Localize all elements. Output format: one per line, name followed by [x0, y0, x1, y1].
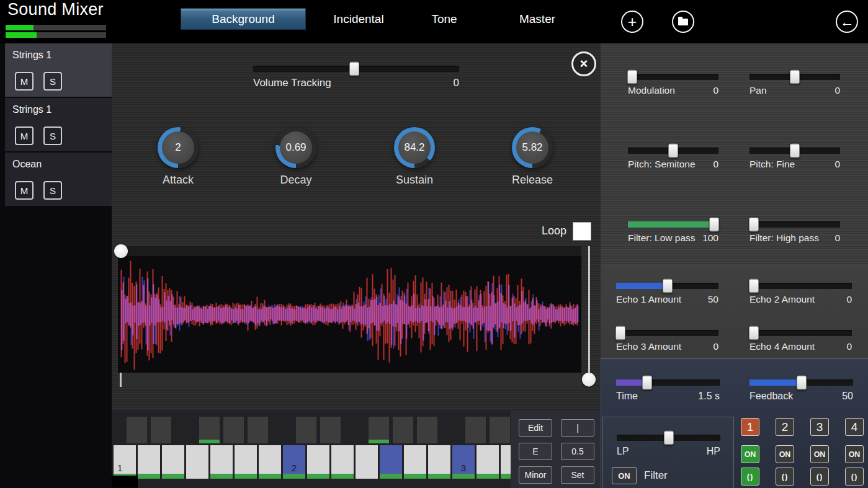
slider-track[interactable]: [749, 379, 853, 386]
mute-button[interactable]: M: [15, 181, 34, 200]
slider-track[interactable]: [616, 379, 720, 386]
piano-key-white-14[interactable]: [428, 445, 450, 479]
slider-track[interactable]: [628, 221, 718, 228]
piano-key-white-16[interactable]: [477, 445, 499, 479]
piano-key-white-1[interactable]: 1: [114, 445, 136, 479]
piano-key-white-15[interactable]: 3: [452, 445, 475, 479]
piano-key-black-11[interactable]: [465, 417, 486, 443]
minor-button[interactable]: Minor: [519, 466, 552, 484]
slider-track[interactable]: [749, 283, 852, 289]
piano-key-white-3[interactable]: [162, 445, 184, 479]
solo-button[interactable]: S: [43, 72, 62, 91]
piano-key-black-5[interactable]: [248, 417, 268, 443]
piano-key-white-2[interactable]: [138, 445, 160, 479]
echo-select-4-button[interactable]: 4: [845, 418, 864, 436]
tab-master[interactable]: Master: [500, 9, 575, 29]
sample-end-track[interactable]: [117, 373, 581, 387]
slider-thumb[interactable]: [663, 279, 673, 293]
slider-track[interactable]: [749, 221, 840, 228]
sample-start-track[interactable]: [117, 246, 581, 256]
piano-key-white-9[interactable]: [307, 445, 329, 479]
bar-button[interactable]: |: [561, 419, 594, 437]
sidebar-item-ocean-2[interactable]: OceanMS: [5, 153, 112, 206]
piano-key-white-11[interactable]: [356, 445, 378, 479]
edit-button[interactable]: Edit: [519, 419, 552, 437]
piano-key-black-7[interactable]: [320, 417, 341, 443]
slider-track[interactable]: [628, 148, 718, 154]
slider-thumb[interactable]: [790, 70, 800, 84]
slider-track[interactable]: [616, 330, 718, 336]
piano-key-white-5[interactable]: [210, 445, 233, 479]
slider-track[interactable]: [749, 330, 852, 336]
piano-key-white-13[interactable]: [404, 445, 426, 479]
slider-thumb[interactable]: [615, 326, 625, 340]
slider-track[interactable]: [616, 283, 718, 289]
piano-key-white-12[interactable]: [380, 445, 402, 479]
piano-key-black-8[interactable]: [369, 417, 389, 443]
knob-dial[interactable]: 2: [158, 127, 199, 168]
loop-checkbox[interactable]: [573, 222, 591, 241]
save-button[interactable]: [672, 11, 694, 33]
slider-track[interactable]: [617, 435, 720, 441]
filter-on-button[interactable]: ON: [612, 467, 637, 484]
echo-4-on-button[interactable]: ON: [845, 445, 864, 463]
knob-dial[interactable]: 5.82: [512, 127, 553, 168]
piano-key-white-10[interactable]: [331, 445, 354, 479]
solo-button[interactable]: S: [43, 126, 62, 145]
piano-key-white-6[interactable]: [235, 445, 257, 479]
echo-select-1-button[interactable]: 1: [741, 418, 759, 436]
piano-key-black-12[interactable]: [490, 417, 510, 443]
slider-thumb[interactable]: [709, 218, 719, 232]
slider-thumb[interactable]: [642, 376, 652, 390]
tab-tone[interactable]: Tone: [407, 9, 481, 29]
slider-track[interactable]: [628, 74, 718, 80]
echo-3-on-button[interactable]: ON: [810, 445, 829, 463]
slider-track[interactable]: [253, 66, 459, 72]
piano-key-black-1[interactable]: [127, 417, 147, 443]
echo-select-3-button[interactable]: 3: [810, 418, 829, 436]
slider-track[interactable]: [749, 74, 840, 80]
slider-thumb[interactable]: [668, 144, 678, 158]
knob-dial[interactable]: 84.2: [394, 127, 435, 168]
tab-background[interactable]: Background: [181, 9, 305, 29]
slider-thumb[interactable]: [349, 62, 359, 76]
sample-end-handle[interactable]: [582, 373, 596, 386]
tab-incidental[interactable]: Incidental: [321, 9, 396, 29]
set-button[interactable]: Set: [561, 466, 594, 484]
slider-thumb[interactable]: [627, 70, 637, 84]
echo-select-2-button[interactable]: 2: [776, 418, 794, 436]
e-button[interactable]: E: [519, 443, 552, 460]
echo-2-on-button[interactable]: ON: [776, 445, 794, 463]
add-button[interactable]: +: [621, 11, 643, 33]
sidebar-item-strings-1-1[interactable]: Strings 1MS: [5, 98, 112, 151]
solo-button[interactable]: S: [43, 181, 62, 200]
slider-thumb[interactable]: [749, 326, 759, 340]
piano-key-black-4[interactable]: [223, 417, 244, 443]
slider-thumb[interactable]: [790, 144, 800, 158]
piano-key-black-3[interactable]: [199, 417, 220, 443]
piano-key-black-2[interactable]: [151, 417, 171, 443]
close-button[interactable]: ×: [571, 51, 596, 76]
echo-2-sync-button[interactable]: (): [776, 468, 794, 486]
piano-key-black-9[interactable]: [393, 417, 413, 443]
echo-1-on-button[interactable]: ON: [741, 445, 759, 463]
mute-button[interactable]: M: [15, 72, 34, 91]
slider-thumb[interactable]: [749, 218, 759, 232]
sample-start-handle[interactable]: [114, 244, 128, 258]
slider-track[interactable]: [749, 148, 840, 154]
mute-button[interactable]: M: [15, 126, 34, 145]
piano-key-black-6[interactable]: [296, 417, 316, 443]
echo-4-sync-button[interactable]: (): [845, 468, 864, 486]
slider-thumb[interactable]: [749, 279, 759, 293]
echo-3-sync-button[interactable]: (): [810, 468, 829, 486]
slider-thumb[interactable]: [797, 376, 807, 390]
sidebar-item-strings-1-0[interactable]: Strings 1MS: [5, 43, 112, 97]
echo-1-sync-button[interactable]: (): [741, 468, 759, 486]
piano-key-white-4[interactable]: [186, 445, 208, 479]
piano-key-black-10[interactable]: [417, 417, 437, 443]
knob-dial[interactable]: 0.69: [275, 127, 316, 168]
slider-thumb[interactable]: [664, 431, 674, 445]
piano-key-white-8[interactable]: 2: [283, 445, 305, 479]
back-button[interactable]: ←: [836, 11, 858, 33]
half-button[interactable]: 0.5: [561, 443, 594, 460]
